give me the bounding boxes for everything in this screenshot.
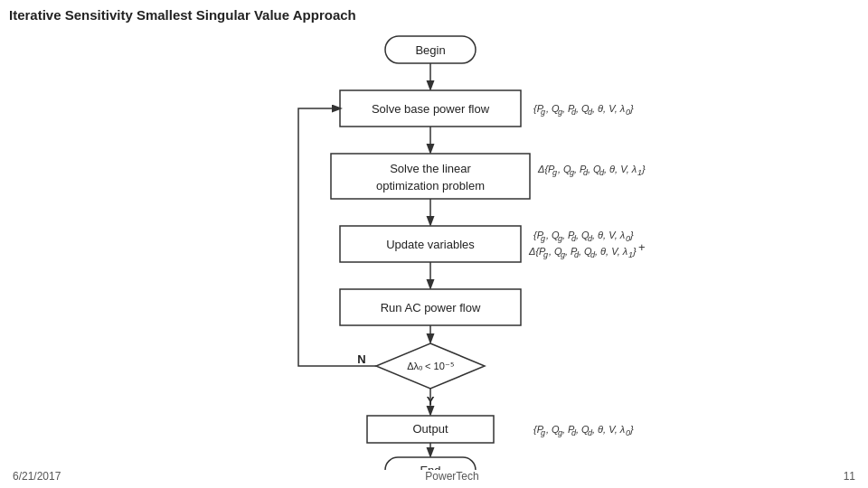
box1-label: Solve base power flow: [372, 102, 490, 116]
box3-label: Update variables: [386, 238, 475, 251]
svg-text:, θ, V, λ: , θ, V, λ: [592, 424, 625, 435]
svg-text:, θ, V, λ: , θ, V, λ: [592, 103, 625, 114]
svg-text:}: }: [632, 246, 637, 257]
svg-text:, θ, V, λ: , θ, V, λ: [592, 230, 625, 240]
footer-date: 6/21/2017: [13, 470, 61, 483]
box4-label: Run AC power flow: [381, 301, 481, 314]
page-title: Iterative Sensitivity Smallest Singular …: [9, 7, 356, 23]
svg-text:g: g: [541, 108, 545, 117]
diamond-label: Δλ₀ < 10⁻⁵: [407, 361, 454, 371]
svg-text:}: }: [629, 230, 634, 240]
output-label: Output: [412, 422, 448, 436]
flowchart-svg: Begin Solve base power flow Solve the li…: [0, 27, 868, 470]
svg-text:+: +: [638, 240, 646, 254]
svg-text:g: g: [541, 234, 545, 243]
n-label: N: [357, 352, 365, 366]
footer-brand: PowerTech: [425, 470, 478, 483]
svg-text:g: g: [543, 250, 548, 259]
diagram-container: Begin Solve base power flow Solve the li…: [0, 27, 868, 479]
begin-label: Begin: [415, 43, 445, 57]
end-label: End: [420, 464, 440, 470]
svg-text:}: }: [629, 424, 634, 435]
svg-text:g: g: [541, 428, 545, 437]
footer: 6/21/2017 PowerTech 11: [0, 470, 868, 483]
svg-text:g: g: [552, 168, 557, 177]
svg-text:}: }: [629, 103, 634, 114]
box2-line1: Solve the linear: [390, 162, 471, 175]
box2-line2: optimization problem: [376, 179, 485, 192]
footer-page: 11: [844, 470, 855, 483]
svg-text:, θ, V, λ: , θ, V, λ: [604, 164, 637, 174]
svg-text:, θ, V, λ: , θ, V, λ: [595, 246, 627, 257]
svg-text:}: }: [641, 164, 646, 174]
